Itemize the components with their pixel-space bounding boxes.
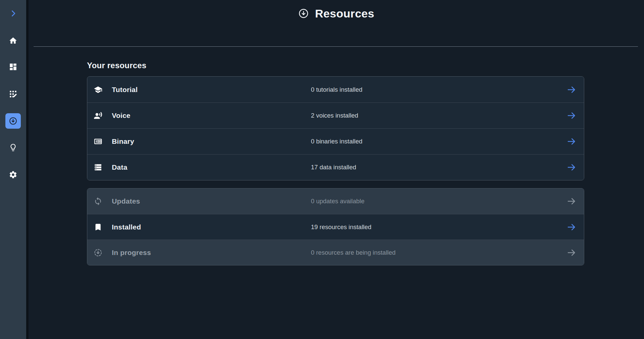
section-heading: Your resources <box>87 61 146 70</box>
resource-row-label: Voice <box>112 112 130 120</box>
binary-icon <box>94 137 102 146</box>
resource-row-binary[interactable]: Binary 0 binaries installed <box>87 128 584 154</box>
chevron-right-icon <box>9 9 17 18</box>
resource-row-label: In progress <box>112 249 151 257</box>
data-icon <box>94 163 102 172</box>
sidebar <box>0 0 29 339</box>
arrow-right-icon[interactable] <box>566 196 577 206</box>
resource-row-updates[interactable]: Updates 0 updates available <box>87 188 584 214</box>
arrow-right-icon[interactable] <box>566 85 577 95</box>
sidebar-expand-button[interactable] <box>5 6 21 21</box>
app-registration-icon <box>9 90 17 98</box>
bookmark-icon <box>94 223 102 231</box>
resource-row-label: Installed <box>112 223 141 231</box>
school-icon <box>94 85 102 94</box>
gear-icon <box>9 170 17 179</box>
sidebar-item-editor[interactable] <box>5 86 21 102</box>
arrow-right-icon[interactable] <box>566 111 577 121</box>
sidebar-item-home[interactable] <box>5 33 21 48</box>
resource-row-label: Binary <box>112 137 134 145</box>
header-divider <box>34 46 638 47</box>
home-icon <box>9 36 17 45</box>
install-status-card: Updates 0 updates available Installed 19… <box>87 188 584 265</box>
resource-row-status: 0 binaries installed <box>311 138 362 145</box>
resource-types-card: Tutorial 0 tutorials installed Voice 2 v… <box>87 76 584 180</box>
voice-icon <box>94 111 102 120</box>
resource-row-status: 0 resources are being installed <box>311 249 396 256</box>
resource-row-installed[interactable]: Installed 19 resources installed <box>87 214 584 240</box>
resource-row-in-progress[interactable]: In progress 0 resources are being instal… <box>87 240 584 265</box>
lightbulb-icon <box>9 143 17 152</box>
resource-row-status: 17 data installed <box>311 164 356 171</box>
resource-row-status: 0 tutorials installed <box>311 86 362 93</box>
download-circle-icon <box>9 117 17 125</box>
arrow-right-icon[interactable] <box>566 248 577 258</box>
arrow-right-icon[interactable] <box>566 162 577 172</box>
downloading-icon <box>94 248 102 257</box>
arrow-right-icon[interactable] <box>566 222 577 232</box>
arrow-right-icon[interactable] <box>566 136 577 146</box>
resource-row-label: Data <box>112 163 127 171</box>
sidebar-item-settings[interactable] <box>5 167 21 182</box>
sidebar-item-resources[interactable] <box>5 113 21 129</box>
sidebar-item-dashboard[interactable] <box>5 59 21 75</box>
resource-row-status: 19 resources installed <box>311 223 371 231</box>
page-header: Resources <box>29 0 644 27</box>
resource-row-voice[interactable]: Voice 2 voices installed <box>87 102 584 128</box>
resource-row-tutorial[interactable]: Tutorial 0 tutorials installed <box>87 77 584 102</box>
dashboard-icon <box>9 62 17 71</box>
resource-row-label: Updates <box>112 197 140 205</box>
resource-row-data[interactable]: Data 17 data installed <box>87 154 584 180</box>
page-title: Resources <box>315 7 374 20</box>
sidebar-item-tips[interactable] <box>5 140 21 155</box>
download-circle-icon <box>298 8 309 19</box>
resource-row-label: Tutorial <box>112 86 138 94</box>
resource-row-status: 2 voices installed <box>311 112 358 119</box>
sync-icon <box>94 197 102 206</box>
resource-row-status: 0 updates available <box>311 198 364 205</box>
